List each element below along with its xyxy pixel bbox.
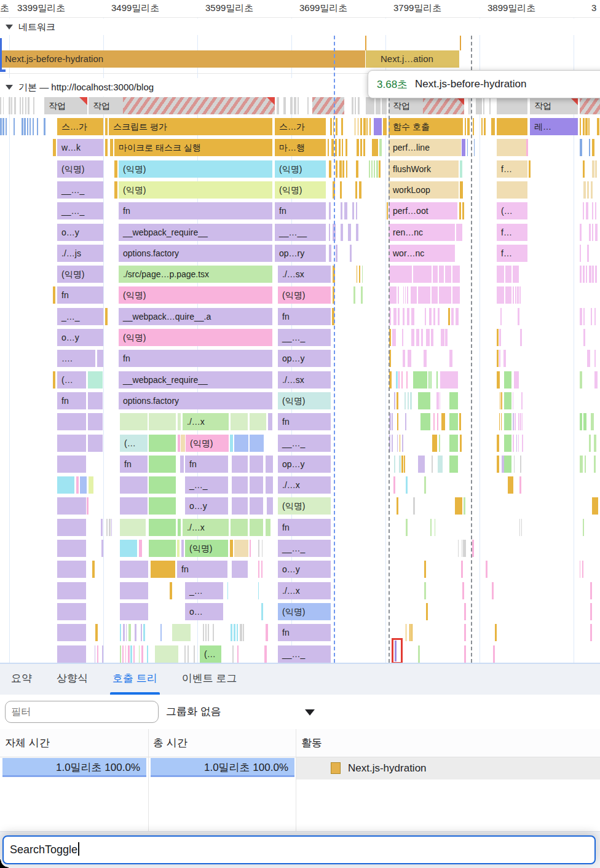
flame-bar-sliver[interactable]	[0, 118, 2, 135]
flame-bar[interactable]	[149, 519, 176, 536]
flame-bar[interactable]: __…_	[278, 329, 331, 346]
flame-bar[interactable]	[504, 435, 511, 452]
flame-bar-sliver[interactable]	[594, 308, 596, 325]
flame-bar-sliver[interactable]	[580, 561, 580, 578]
flame-bar-sliver[interactable]	[111, 519, 112, 536]
flame-bar-sliver[interactable]	[433, 413, 435, 430]
flame-bar-sliver[interactable]	[356, 202, 357, 219]
flame-bar-sliver[interactable]	[589, 224, 591, 241]
flame-bar[interactable]: perf…line	[389, 139, 461, 156]
flame-bar-sliver[interactable]	[6, 118, 7, 135]
flame-bar-sliver[interactable]	[432, 456, 432, 473]
flame-bar[interactable]	[149, 476, 176, 494]
flame-bar[interactable]: (익명)	[185, 540, 228, 557]
flame-bar[interactable]: options.factory	[119, 245, 272, 262]
flame-bar[interactable]: (익명)	[119, 181, 272, 199]
flame-bar[interactable]: ….	[57, 350, 95, 367]
flame-bar[interactable]: f…	[497, 245, 527, 262]
flame-bar-sliver[interactable]	[425, 308, 427, 325]
flame-bar[interactable]	[250, 435, 264, 452]
flame-bar[interactable]: __…__	[275, 224, 326, 241]
flame-bar-sliver[interactable]	[408, 392, 409, 409]
flame-bar[interactable]	[476, 97, 482, 114]
flame-bar-sliver[interactable]	[345, 139, 347, 156]
flame-bar[interactable]	[114, 181, 117, 199]
flame-bar-sliver[interactable]	[465, 540, 466, 557]
flame-bar[interactable]	[232, 456, 248, 473]
flame-bar-sliver[interactable]	[141, 645, 143, 663]
flame-bar-sliver[interactable]	[237, 645, 239, 663]
flame-bar-sliver[interactable]	[356, 160, 358, 178]
flame-bar[interactable]	[413, 497, 415, 515]
flame-bar-sliver[interactable]	[358, 118, 359, 135]
flame-bar-sliver[interactable]	[358, 97, 360, 114]
flame-bar-sliver[interactable]	[438, 308, 440, 325]
flame-bar[interactable]	[406, 519, 408, 536]
flame-bar-sliver[interactable]	[344, 202, 347, 219]
flame-bar[interactable]	[492, 582, 494, 599]
flame-bar[interactable]	[266, 624, 268, 641]
flame-bar[interactable]: (익명)	[186, 435, 229, 452]
flame-bar-sliver[interactable]	[213, 624, 214, 641]
flame-bar-sliver[interactable]	[407, 308, 409, 325]
flame-bar-sliver[interactable]	[595, 266, 597, 283]
flame-bar-sliver[interactable]	[467, 139, 468, 156]
flame-bar-sliver[interactable]	[405, 286, 406, 304]
flame-bar[interactable]: options.factory	[119, 392, 272, 409]
flame-bar-sliver[interactable]	[402, 329, 404, 346]
flame-bar-sliver[interactable]	[37, 118, 38, 135]
flame-bar-sliver[interactable]	[580, 371, 582, 389]
flame-bar-sliver[interactable]	[14, 97, 16, 114]
flame-bar[interactable]	[424, 476, 426, 494]
flame-bar-sliver[interactable]	[433, 308, 435, 325]
flame-bar-sliver[interactable]	[357, 139, 359, 156]
flame-bar-sliver[interactable]	[583, 118, 585, 135]
flame-bar[interactable]: fn	[120, 456, 148, 473]
flame-bar-sliver[interactable]	[262, 540, 262, 557]
flame-bar[interactable]	[268, 413, 272, 430]
flame-bar[interactable]: o…y	[278, 561, 331, 578]
flame-bar-sliver[interactable]	[128, 645, 130, 663]
flame-bar[interactable]	[170, 582, 172, 599]
flame-bar-sliver[interactable]	[458, 540, 459, 557]
flame-bar[interactable]	[387, 202, 388, 219]
flame-bar-sliver[interactable]	[587, 350, 590, 367]
flame-bar[interactable]	[497, 371, 500, 389]
flame-bar[interactable]	[181, 540, 184, 557]
flame-bar[interactable]: __webpack…quire__.a	[119, 308, 272, 325]
flame-bar-sliver[interactable]	[587, 181, 589, 199]
flame-bar[interactable]	[493, 645, 495, 663]
flame-bar-sliver[interactable]	[592, 160, 594, 178]
flame-bar[interactable]: (익명)	[278, 497, 331, 515]
flame-bar[interactable]	[57, 413, 86, 430]
flame-bar[interactable]	[497, 181, 527, 199]
flame-bar[interactable]	[88, 392, 103, 409]
flame-bar[interactable]	[266, 476, 273, 494]
flame-bar[interactable]: __…_	[57, 181, 103, 199]
flame-bar-sliver[interactable]	[519, 519, 520, 536]
flame-bar[interactable]	[57, 456, 86, 473]
flame-bar-sliver[interactable]	[580, 266, 582, 283]
flame-bar[interactable]	[413, 371, 427, 389]
activity-cell[interactable]: Next.js-hydration	[296, 757, 600, 779]
flame-bar-sliver[interactable]	[44, 118, 45, 135]
flame-bar[interactable]	[53, 139, 56, 156]
flame-bar-sliver[interactable]	[408, 350, 411, 367]
flame-bar-sliver[interactable]	[580, 139, 582, 156]
flame-bar-sliver[interactable]	[188, 645, 189, 663]
table-row[interactable]: 1.0밀리초 100.0% 1.0밀리초 100.0% Next.js-hydr…	[0, 757, 600, 779]
flame-bar-sliver[interactable]	[240, 624, 242, 641]
flame-bar[interactable]	[57, 540, 86, 557]
flame-bar[interactable]: f…	[497, 224, 527, 241]
flame-bar[interactable]	[250, 456, 263, 473]
flame-bar[interactable]	[497, 97, 527, 114]
flame-bar[interactable]	[504, 371, 511, 389]
flame-bar[interactable]	[88, 413, 103, 430]
flame-bar-sliver[interactable]	[481, 118, 483, 135]
flame-bar[interactable]	[76, 476, 79, 494]
flame-bar[interactable]	[105, 139, 108, 156]
flame-bar-sliver[interactable]	[592, 139, 594, 156]
flame-bar-sliver[interactable]	[591, 308, 592, 325]
dropdown-arrow-icon[interactable]	[305, 709, 315, 716]
flame-bar-sliver[interactable]	[411, 329, 414, 346]
